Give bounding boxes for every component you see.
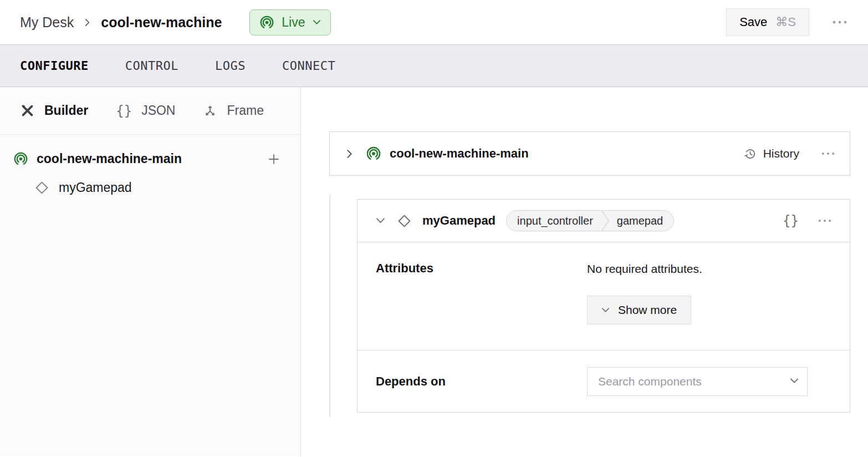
view-toggle-builder-label: Builder (44, 103, 88, 118)
header-overflow-menu-button[interactable] (833, 21, 847, 24)
view-toggle-json[interactable]: {} JSON (116, 103, 175, 119)
add-component-button[interactable] (267, 153, 280, 166)
tree-guide-line (329, 195, 330, 417)
machine-part-card: cool-new-machine-main History (329, 131, 850, 176)
component-diamond-icon (34, 180, 49, 195)
view-toggle-json-label: JSON (141, 103, 175, 118)
live-status-label: Live (282, 15, 305, 30)
machine-card-title: cool-new-machine-main (390, 146, 529, 161)
braces-icon: {} (116, 103, 132, 119)
config-sidebar: Builder {} JSON Frame (0, 87, 301, 456)
history-button-label: History (763, 147, 799, 160)
view-mode-toggle: Builder {} JSON Frame (0, 87, 300, 135)
plus-icon (267, 153, 280, 166)
history-button[interactable]: History (743, 147, 799, 161)
tab-configure[interactable]: CONFIGURE (20, 59, 89, 73)
chevron-down-icon (376, 217, 385, 224)
show-more-label: Show more (618, 303, 677, 317)
component-menu-button[interactable] (818, 219, 831, 222)
component-model: gamepad (610, 215, 673, 227)
depends-on-label: Depends on (376, 374, 587, 389)
tree-machine-name: cool-new-machine-main (37, 151, 182, 166)
badge-divider-chevron (601, 210, 610, 231)
machine-tabbar: CONFIGURE CONTROL LOGS CONNECT (0, 45, 868, 87)
edit-json-button[interactable]: {} (783, 213, 799, 228)
save-shortcut-hint: ⌘S (775, 15, 796, 29)
breadcrumb-parent-link[interactable]: My Desk (20, 14, 74, 31)
machine-card-menu-button[interactable] (821, 152, 835, 155)
view-toggle-frame-label: Frame (227, 103, 263, 118)
save-button[interactable]: Save ⌘S (726, 8, 809, 36)
app-header: My Desk cool-new-machine Live Save ⌘S (0, 0, 868, 45)
history-icon (743, 147, 757, 161)
configure-body: Builder {} JSON Frame (0, 87, 868, 456)
ellipsis-icon (821, 152, 835, 155)
broadcast-icon (259, 15, 274, 30)
breadcrumb-chevron-icon (83, 18, 91, 27)
ellipsis-icon (818, 219, 831, 222)
view-toggle-frame[interactable]: Frame (203, 103, 263, 118)
search-components-input[interactable] (587, 367, 808, 396)
save-button-label: Save (739, 15, 767, 29)
axes-icon (203, 104, 217, 118)
expand-machine-card-button[interactable] (345, 149, 354, 159)
tab-connect[interactable]: CONNECT (282, 59, 335, 73)
component-card-mygamepad: myGamepad input_controller gamepad {} At… (357, 199, 850, 413)
view-toggle-builder[interactable]: Builder (20, 103, 88, 118)
config-main-panel: cool-new-machine-main History (301, 87, 868, 456)
machine-part-tree: cool-new-machine-main myGamepad (0, 135, 300, 195)
tree-item-machine-main[interactable]: cool-new-machine-main (13, 151, 280, 166)
attributes-section: Attributes No required attributes. Show … (358, 242, 850, 351)
tree-child-name: myGamepad (59, 180, 132, 195)
chevron-right-icon (345, 149, 354, 159)
depends-on-section: Depends on (358, 351, 850, 412)
broadcast-icon (13, 151, 28, 166)
tab-control[interactable]: CONTROL (125, 59, 178, 73)
breadcrumb: My Desk cool-new-machine (20, 14, 222, 31)
chevron-down-icon (313, 19, 321, 25)
show-more-button[interactable]: Show more (587, 296, 691, 324)
broadcast-icon (366, 146, 381, 161)
collapse-component-button[interactable] (376, 217, 385, 224)
component-diamond-icon (397, 214, 412, 228)
breadcrumb-current: cool-new-machine (101, 14, 222, 31)
chevron-down-icon (601, 307, 610, 313)
tab-logs[interactable]: LOGS (215, 59, 246, 73)
live-status-dropdown[interactable]: Live (249, 9, 330, 35)
tree-item-mygamepad[interactable]: myGamepad (34, 180, 280, 195)
component-title: myGamepad (422, 214, 496, 228)
component-card-header: myGamepad input_controller gamepad {} (358, 200, 850, 242)
depends-on-select (587, 367, 808, 396)
component-type: input_controller (507, 215, 601, 227)
tools-icon (20, 103, 35, 118)
attributes-label: Attributes (376, 261, 587, 331)
component-type-badge: input_controller gamepad (506, 210, 674, 231)
ellipsis-icon (833, 21, 847, 24)
attributes-value-column: No required attributes. Show more (587, 261, 831, 331)
attributes-empty-text: No required attributes. (587, 261, 831, 276)
